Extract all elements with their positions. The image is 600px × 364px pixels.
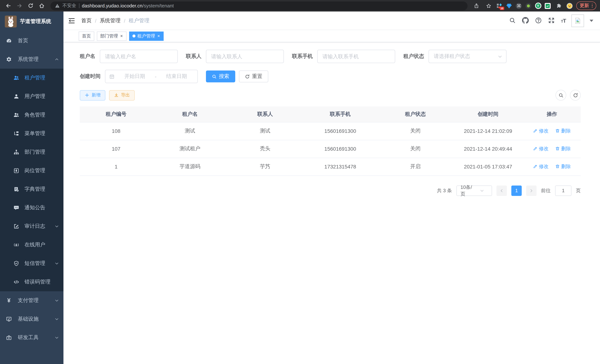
users-icon (13, 75, 19, 81)
extension-slides-icon[interactable] (544, 3, 551, 9)
chevron-down-icon (475, 188, 489, 193)
sidebar-item-home[interactable]: 首页 (0, 32, 64, 50)
page-size-select[interactable]: 10条/页 (456, 185, 492, 196)
tags-view-bar: 首页 部门管理 × 租户管理 × (64, 30, 600, 42)
status-select[interactable]: 请选择租户状态 (429, 50, 506, 63)
browser-home-button[interactable] (37, 1, 46, 10)
phone-input[interactable] (317, 50, 395, 63)
breadcrumb-current: 租户管理 (129, 17, 150, 24)
add-button[interactable]: 新增 (80, 90, 105, 100)
browser-menu-kebab-icon[interactable] (592, 4, 593, 8)
browser-reload-button[interactable] (26, 1, 35, 10)
extension-blocks-icon[interactable]: 10 (496, 3, 503, 9)
extension-gem-icon[interactable] (506, 3, 512, 9)
filter-row-1: 租户名 联系人 联系手机 租户状态 请选择租户状态 (80, 50, 581, 63)
export-button[interactable]: 导出 (109, 90, 135, 100)
delete-link[interactable]: 删除 (555, 163, 571, 170)
edit-link[interactable]: 修改 (533, 145, 549, 152)
next-page-button[interactable] (526, 185, 536, 196)
profile-emoji-avatar[interactable] (566, 3, 573, 9)
extension-green-dot-icon[interactable] (525, 3, 532, 9)
chevron-right-icon (529, 188, 534, 193)
table-row: 1 芋道源码 芋艿 17321315478 开启 2021-01-05 17:0… (80, 158, 581, 176)
goto-page-input[interactable] (555, 185, 572, 196)
sidebar-toggle-icon[interactable] (68, 17, 75, 24)
status-label: 租户状态 (403, 53, 424, 60)
trash-icon (555, 164, 560, 169)
column-header: 租户状态 (378, 106, 453, 122)
chevron-down-icon (497, 54, 502, 59)
sidebar-item-dept[interactable]: 部门管理 (0, 143, 64, 161)
close-icon[interactable]: × (120, 34, 123, 38)
bookmark-star-icon[interactable] (484, 1, 493, 10)
sidebar-item-system[interactable]: 系统管理 (0, 50, 64, 69)
help-icon[interactable] (535, 17, 542, 24)
tab-tenant[interactable]: 租户管理 × (129, 31, 164, 41)
sidebar-item-pay[interactable]: ¥ 支付管理 (0, 291, 64, 310)
sidebar-item-online-user[interactable]: 在线用户 (0, 236, 64, 254)
sidebar-item-user[interactable]: 用户管理 (0, 87, 64, 106)
font-size-icon[interactable]: TT (561, 18, 566, 24)
browser-update-button[interactable]: 更新 (576, 1, 596, 10)
date-range-picker[interactable]: 开始日期 - 结束日期 (105, 70, 198, 83)
sidebar-item-infra[interactable]: 基础设施 (0, 310, 64, 328)
edit-link[interactable]: 修改 (533, 163, 549, 170)
broken-image-icon (574, 17, 581, 24)
url-host: dashboard.yudao.iocoder.cn (82, 3, 142, 9)
tree-icon (13, 131, 19, 137)
search-icon (558, 93, 563, 98)
status-text: 关闭 (378, 140, 453, 158)
column-header: 租户编号 (80, 106, 152, 122)
extension-y-icon[interactable]: Y (535, 3, 541, 9)
sidebar-item-tenant[interactable]: 租户管理 (0, 69, 64, 87)
avatar[interactable] (572, 14, 584, 27)
chevron-down-icon (55, 261, 59, 266)
close-icon[interactable]: × (157, 34, 160, 38)
extension-command-icon[interactable] (516, 3, 522, 9)
sidebar-item-dict[interactable]: 字典管理 (0, 180, 64, 198)
sidebar-item-error-code[interactable]: 错误码管理 (0, 273, 64, 291)
security-label: 不安全 (62, 3, 76, 9)
sidebar-item-role[interactable]: 角色管理 (0, 106, 64, 124)
users-icon (13, 112, 19, 118)
monitor-icon (6, 316, 12, 322)
extensions-puzzle-icon[interactable] (554, 1, 563, 10)
github-icon[interactable] (522, 17, 529, 24)
prev-page-button[interactable] (497, 185, 507, 196)
tab-dept[interactable]: 部门管理 × (97, 31, 127, 41)
url-text: dashboard.yudao.iocoder.cn/system/tenant (82, 3, 174, 9)
edit-link[interactable]: 修改 (533, 128, 549, 134)
fullscreen-icon[interactable] (548, 17, 555, 24)
browser-forward-button[interactable] (15, 1, 24, 10)
search-icon[interactable] (509, 17, 516, 24)
contact-input[interactable] (206, 50, 284, 63)
address-bar[interactable]: 不安全 dashboard.yudao.iocoder.cn/system/te… (50, 1, 467, 10)
sidebar-item-menu[interactable]: 菜单管理 (0, 124, 64, 143)
sidebar-item-notice[interactable]: 通知公告 (0, 198, 64, 217)
delete-link[interactable]: 删除 (555, 145, 571, 152)
screen: 不安全 dashboard.yudao.iocoder.cn/system/te… (0, 0, 600, 364)
sidebar-item-post[interactable]: 岗位管理 (0, 161, 64, 180)
sidebar-item-sms[interactable]: 短信管理 (0, 254, 64, 273)
shield-icon (13, 261, 19, 266)
download-icon (114, 93, 119, 98)
reset-button[interactable]: 重置 (239, 71, 268, 82)
sidebar-item-devtools[interactable]: 研发工具 (0, 328, 64, 347)
chevron-up-icon (55, 57, 59, 62)
show-search-button[interactable] (555, 90, 566, 101)
tenant-name-input[interactable] (100, 50, 178, 63)
sidebar-item-audit-log[interactable]: 审计日志 (0, 217, 64, 236)
browser-back-button[interactable] (4, 1, 13, 10)
active-tab-dot (132, 35, 135, 37)
plus-icon (84, 93, 89, 98)
breadcrumb-system[interactable]: 系统管理 (100, 17, 121, 24)
search-button[interactable]: 搜索 (206, 71, 235, 82)
avatar-dropdown-caret-icon[interactable] (590, 19, 593, 22)
tab-home[interactable]: 首页 (79, 31, 94, 41)
page-number-button[interactable]: 1 (511, 185, 522, 196)
share-icon[interactable] (472, 1, 481, 10)
top-navbar: 首页 / 系统管理 / 租户管理 TT (64, 11, 600, 30)
breadcrumb-home[interactable]: 首页 (81, 17, 92, 24)
delete-link[interactable]: 删除 (555, 128, 571, 134)
refresh-table-button[interactable] (570, 90, 581, 101)
